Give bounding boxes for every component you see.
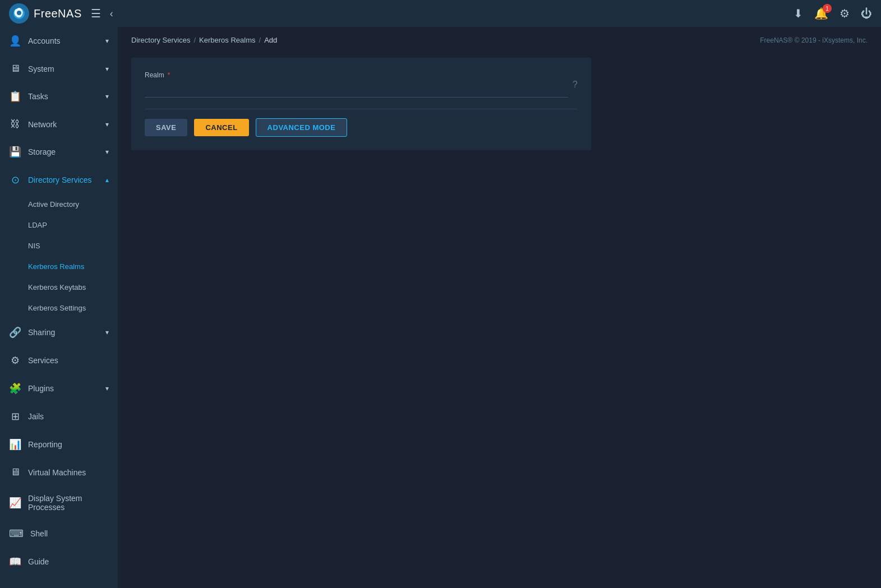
sidebar-label-display-system-processes: Display System Processes: [28, 494, 109, 512]
system-icon: 🖥: [9, 63, 21, 75]
power-icon[interactable]: ⏻: [861, 7, 872, 20]
breadcrumb-sep-2: /: [259, 36, 261, 44]
sidebar-label-plugins: Plugins: [28, 384, 99, 393]
sidebar-item-guide[interactable]: 📖 Guide: [0, 548, 118, 576]
svg-point-1: [17, 11, 21, 15]
sidebar-label-reporting: Reporting: [28, 440, 109, 449]
storage-arrow: ▾: [105, 148, 109, 156]
virtual-machines-icon: 🖥: [9, 466, 21, 478]
advanced-mode-button[interactable]: ADVANCED MODE: [256, 118, 348, 137]
tasks-icon: 📋: [9, 90, 21, 103]
form-divider: [145, 109, 578, 109]
sidebar-label-jails: Jails: [28, 412, 109, 421]
directory-services-submenu: Active Directory LDAP NIS Kerberos Realm…: [0, 194, 118, 318]
sidebar-label-tasks: Tasks: [28, 92, 99, 101]
main-layout: 👤 Accounts ▾ 🖥 System ▾ 📋 Tasks ▾ ⛓ Netw…: [0, 27, 881, 588]
realm-required-star: *: [168, 71, 170, 79]
settings-icon[interactable]: ⚙: [840, 7, 850, 20]
sidebar-label-shell: Shell: [30, 529, 109, 538]
sidebar-sub-nis[interactable]: NIS: [28, 235, 118, 256]
shell-icon: ⌨: [9, 527, 24, 540]
sidebar-item-system[interactable]: 🖥 System ▾: [0, 55, 118, 82]
breadcrumb-add: Add: [264, 36, 277, 44]
breadcrumb-kerberos-realms[interactable]: Kerberos Realms: [199, 36, 255, 44]
notification-badge: 1: [823, 4, 832, 13]
realm-input-row: Realm * ?: [145, 71, 578, 98]
directory-services-icon: ⊙: [9, 174, 21, 186]
storage-icon: 💾: [9, 146, 21, 158]
sidebar-item-shell[interactable]: ⌨ Shell: [0, 520, 118, 548]
services-icon: ⚙: [9, 354, 21, 367]
sidebar-label-storage: Storage: [28, 147, 99, 156]
accounts-arrow: ▾: [105, 37, 109, 45]
realm-label-text: Realm: [145, 71, 164, 79]
sidebar-label-sharing: Sharing: [28, 328, 99, 337]
hamburger-icon[interactable]: ☰: [91, 7, 101, 20]
app-name: FreeNAS: [34, 7, 82, 20]
guide-icon: 📖: [9, 555, 21, 568]
sidebar-item-network[interactable]: ⛓ Network ▾: [0, 110, 118, 138]
realm-label: Realm *: [145, 71, 568, 79]
sidebar-item-services[interactable]: ⚙ Services: [0, 346, 118, 374]
sidebar-label-system: System: [28, 64, 99, 73]
display-system-processes-icon: 📈: [9, 497, 21, 509]
sidebar-item-directory-services[interactable]: ⊙ Directory Services ▴: [0, 166, 118, 194]
sidebar-item-accounts[interactable]: 👤 Accounts ▾: [0, 27, 118, 55]
sidebar-sub-active-directory[interactable]: Active Directory: [28, 194, 118, 215]
sidebar-item-sharing[interactable]: 🔗 Sharing ▾: [0, 318, 118, 346]
sidebar-item-plugins[interactable]: 🧩 Plugins ▾: [0, 374, 118, 402]
sidebar-item-tasks[interactable]: 📋 Tasks ▾: [0, 82, 118, 110]
logo-area: FreeNAS: [9, 3, 82, 24]
sidebar-item-virtual-machines[interactable]: 🖥 Virtual Machines: [0, 459, 118, 486]
plugins-arrow: ▾: [105, 385, 109, 392]
freenas-credit: FreeNAS® © 2019 - iXsystems, Inc.: [760, 36, 868, 44]
sidebar-sub-kerberos-keytabs[interactable]: Kerberos Keytabs: [28, 277, 118, 298]
content-area: Directory Services / Kerberos Realms / A…: [118, 27, 881, 588]
notification-icon[interactable]: 🔔 1: [814, 7, 828, 20]
reporting-icon: 📊: [9, 438, 21, 451]
realm-input-container: Realm *: [145, 71, 568, 98]
breadcrumb: Directory Services / Kerberos Realms / A…: [118, 27, 881, 53]
topbar: FreeNAS ☰ ‹ ⬇ 🔔 1 ⚙ ⏻: [0, 0, 881, 27]
sidebar-label-network: Network: [28, 120, 99, 129]
sidebar-label-directory-services: Directory Services: [28, 175, 99, 184]
sidebar-sub-kerberos-settings[interactable]: Kerberos Settings: [28, 298, 118, 318]
sidebar-label-virtual-machines: Virtual Machines: [28, 468, 109, 477]
download-icon[interactable]: ⬇: [794, 7, 803, 20]
directory-services-arrow: ▴: [105, 176, 109, 184]
realm-input[interactable]: [145, 81, 568, 98]
network-arrow: ▾: [105, 121, 109, 128]
topbar-right: ⬇ 🔔 1 ⚙ ⏻: [794, 7, 872, 20]
sidebar-label-services: Services: [28, 356, 109, 365]
button-row: SAVE CANCEL ADVANCED MODE: [145, 118, 578, 137]
accounts-icon: 👤: [9, 35, 21, 47]
sharing-icon: 🔗: [9, 326, 21, 339]
breadcrumb-sep-1: /: [193, 36, 196, 44]
network-icon: ⛓: [9, 118, 21, 130]
sidebar-item-jails[interactable]: ⊞ Jails: [0, 402, 118, 430]
realm-help-icon[interactable]: ?: [573, 80, 578, 90]
sidebar-label-guide: Guide: [28, 557, 109, 566]
sidebar-label-accounts: Accounts: [28, 36, 99, 45]
jails-icon: ⊞: [9, 410, 21, 423]
plugins-icon: 🧩: [9, 382, 21, 395]
sidebar-item-storage[interactable]: 💾 Storage ▾: [0, 138, 118, 166]
topbar-left: FreeNAS ☰ ‹: [9, 3, 113, 24]
tasks-arrow: ▾: [105, 92, 109, 100]
cancel-button[interactable]: CANCEL: [194, 119, 248, 136]
save-button[interactable]: SAVE: [145, 119, 187, 136]
freenas-logo: [9, 3, 29, 24]
form-card: Realm * ? SAVE CANCEL ADVANCED MODE: [131, 58, 591, 150]
sidebar-item-display-system-processes[interactable]: 📈 Display System Processes: [0, 486, 118, 520]
back-icon[interactable]: ‹: [110, 8, 113, 20]
sidebar: 👤 Accounts ▾ 🖥 System ▾ 📋 Tasks ▾ ⛓ Netw…: [0, 27, 118, 588]
sidebar-sub-ldap[interactable]: LDAP: [28, 215, 118, 235]
system-arrow: ▾: [105, 65, 109, 73]
sidebar-item-reporting[interactable]: 📊 Reporting: [0, 430, 118, 459]
breadcrumb-directory-services[interactable]: Directory Services: [131, 36, 190, 44]
sidebar-sub-kerberos-realms[interactable]: Kerberos Realms: [28, 256, 118, 277]
sharing-arrow: ▾: [105, 328, 109, 336]
realm-field: Realm * ?: [145, 71, 578, 98]
